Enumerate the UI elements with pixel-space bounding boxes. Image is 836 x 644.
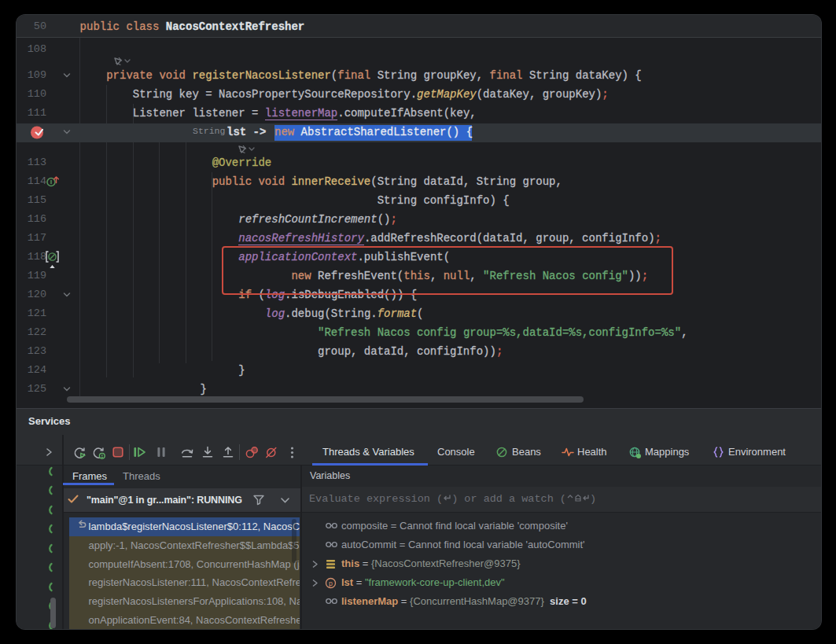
svg-text:p: p [329, 580, 333, 587]
